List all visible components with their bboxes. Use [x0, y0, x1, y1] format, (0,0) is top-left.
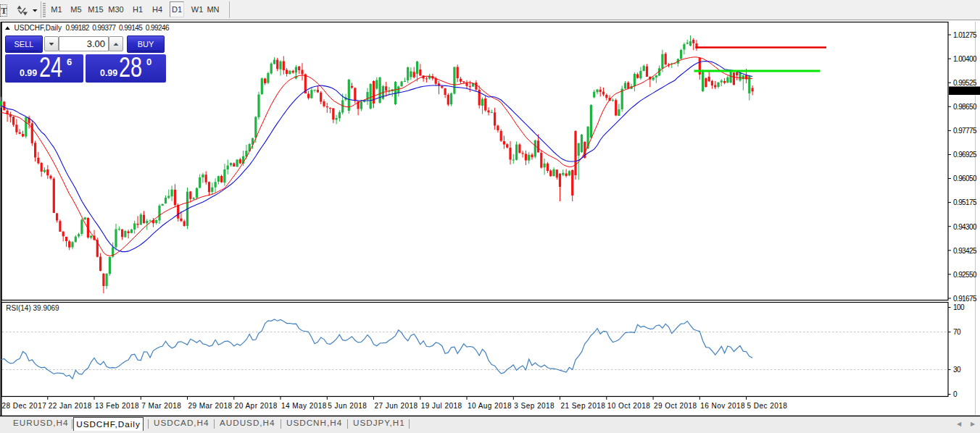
svg-text:21 Sep 2018: 21 Sep 2018: [561, 402, 606, 410]
svg-text:0.99182 0.99377 0.99145 0.9924: 0.99182 0.99377 0.99145 0.99246: [66, 24, 170, 32]
svg-text:70: 70: [953, 328, 961, 336]
svg-text:5 Jun 2018: 5 Jun 2018: [328, 402, 367, 410]
svg-text:13 Feb 2018: 13 Feb 2018: [95, 402, 139, 410]
svg-text:20 Apr 2018: 20 Apr 2018: [235, 402, 278, 410]
svg-text:0: 0: [953, 390, 958, 398]
svg-text:0.97775: 0.97775: [953, 127, 977, 135]
svg-text:0.96050: 0.96050: [953, 175, 977, 182]
svg-text:29 Oct 2018: 29 Oct 2018: [654, 402, 697, 410]
svg-text:0.99525: 0.99525: [953, 79, 977, 87]
svg-text:USDCHF,Daily: USDCHF,Daily: [14, 24, 62, 32]
svg-text:1.00400: 1.00400: [953, 55, 977, 63]
svg-text:0.93425: 0.93425: [953, 247, 977, 255]
svg-text:0.98650: 0.98650: [953, 103, 977, 111]
svg-text:RSI(14) 39.9069: RSI(14) 39.9069: [6, 304, 59, 312]
svg-text:0.99246: 0.99246: [952, 87, 977, 95]
svg-text:27 Jun 2018: 27 Jun 2018: [375, 402, 418, 410]
svg-text:30: 30: [953, 366, 961, 374]
svg-text:100: 100: [953, 303, 965, 311]
svg-text:16 Nov 2018: 16 Nov 2018: [700, 402, 745, 410]
svg-text:0.96925: 0.96925: [953, 151, 977, 159]
svg-text:10 Aug 2018: 10 Aug 2018: [468, 402, 512, 410]
svg-text:3 Sep 2018: 3 Sep 2018: [514, 402, 555, 410]
svg-text:5 Dec 2018: 5 Dec 2018: [747, 402, 788, 410]
svg-text:29 Mar 2018: 29 Mar 2018: [188, 402, 233, 410]
svg-text:0.94300: 0.94300: [953, 223, 977, 231]
svg-text:10 Oct 2018: 10 Oct 2018: [607, 402, 650, 410]
svg-text:22 Jan 2018: 22 Jan 2018: [49, 402, 92, 410]
svg-text:0.95175: 0.95175: [953, 198, 977, 206]
svg-text:19 Jul 2018: 19 Jul 2018: [421, 402, 462, 410]
svg-text:0.91675: 0.91675: [953, 295, 977, 303]
svg-text:14 May 2018: 14 May 2018: [281, 402, 327, 410]
svg-text:28 Dec 2017: 28 Dec 2017: [2, 402, 47, 410]
svg-text:1.01275: 1.01275: [953, 31, 977, 39]
svg-text:7 Mar 2018: 7 Mar 2018: [141, 402, 181, 410]
svg-text:0.92550: 0.92550: [953, 271, 977, 279]
